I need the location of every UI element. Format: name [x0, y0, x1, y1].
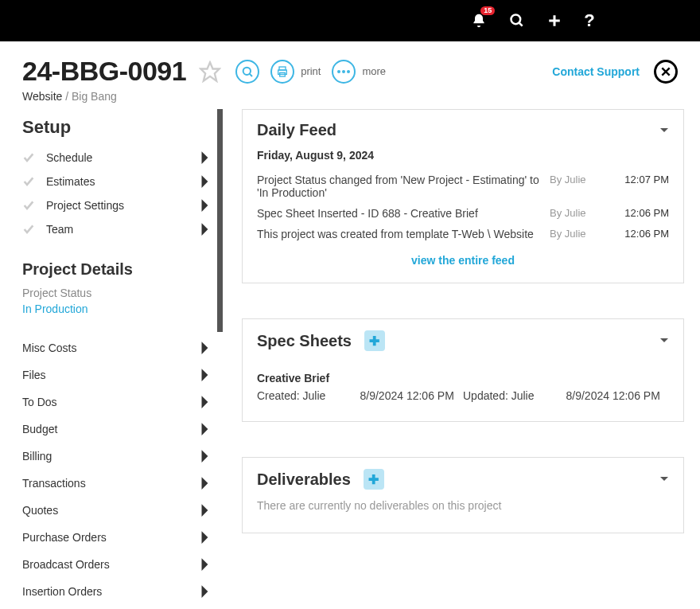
detail-item-misc-costs[interactable]: Misc Costs: [22, 334, 210, 361]
chevron-right-icon: [200, 174, 210, 189]
feed-row: Project Status changed from 'New Project…: [257, 170, 669, 203]
detail-list: Misc Costs Files To Dos Budget Billing T…: [22, 334, 210, 605]
check-icon: [22, 151, 35, 164]
detail-item-insertion-orders[interactable]: Insertion Orders: [22, 578, 210, 605]
chevron-right-icon: [200, 368, 210, 382]
setup-item-schedule[interactable]: Schedule: [22, 146, 210, 170]
close-button[interactable]: [654, 60, 678, 84]
setup-label: Team: [46, 223, 200, 236]
chevron-down-icon: [659, 476, 669, 482]
detail-label: Misc Costs: [22, 342, 76, 354]
spec-sheet-name[interactable]: Creative Brief: [257, 357, 669, 389]
collapse-toggle[interactable]: [659, 474, 669, 485]
add-spec-sheet-button[interactable]: ✚: [364, 330, 385, 351]
check-icon: [22, 223, 35, 236]
print-button[interactable]: print: [270, 60, 321, 84]
feed-date: Friday, August 9, 2024: [257, 146, 669, 170]
detail-label: Transactions: [22, 477, 86, 490]
feed-author: By Julie: [550, 207, 613, 220]
detail-item-purchase-orders[interactable]: Purchase Orders: [22, 524, 210, 551]
body: Setup Schedule Estimates Project Setting…: [0, 109, 700, 609]
add-deliverable-button[interactable]: ✚: [364, 469, 384, 490]
chevron-down-icon: [659, 338, 669, 344]
sidebar: Setup Schedule Estimates Project Setting…: [0, 109, 223, 609]
notification-badge: 15: [480, 6, 495, 15]
svg-point-0: [511, 15, 521, 25]
notifications-button[interactable]: 15: [471, 13, 487, 29]
chevron-right-icon: [200, 476, 210, 490]
chevron-right-icon: [200, 503, 210, 517]
feed-row: Spec Sheet Inserted - ID 688 - Creative …: [257, 203, 669, 224]
scrollbar-thumb[interactable]: [217, 109, 223, 332]
breadcrumb-secondary[interactable]: Big Bang: [72, 90, 117, 103]
chevron-right-icon: [200, 584, 210, 599]
contact-support-link[interactable]: Contact Support: [552, 65, 640, 78]
feed-author: By Julie: [550, 174, 613, 199]
spec-sheets-card: Spec Sheets ✚ Creative Brief Created: Ju…: [242, 318, 684, 422]
spec-updated-label: Updated: Julie: [463, 389, 566, 402]
svg-line-1: [519, 23, 523, 26]
detail-label: Broadcast Orders: [22, 558, 110, 571]
topbar: 15 ?: [0, 0, 700, 41]
feed-message: Project Status changed from 'New Project…: [257, 174, 550, 199]
detail-item-quotes[interactable]: Quotes: [22, 497, 210, 524]
setup-title: Setup: [22, 117, 210, 138]
help-button[interactable]: ?: [584, 10, 594, 31]
project-details-title: Project Details: [22, 260, 210, 279]
view-entire-feed-link[interactable]: view the entire feed: [257, 244, 669, 270]
collapse-toggle[interactable]: [659, 125, 669, 136]
setup-item-estimates[interactable]: Estimates: [22, 170, 210, 193]
detail-label: Files: [22, 369, 46, 381]
favorite-star[interactable]: [199, 61, 221, 83]
check-icon: [22, 199, 35, 212]
detail-label: Quotes: [22, 504, 58, 517]
breadcrumb-primary[interactable]: Website: [22, 90, 62, 103]
spec-updated-ts: 8/9/2024 12:06 PM: [566, 389, 670, 402]
chevron-right-icon: [200, 557, 210, 572]
feed-row: This project was created from template T…: [257, 224, 669, 244]
spec-created-ts: 8/9/2024 12:06 PM: [360, 389, 464, 402]
detail-item-transactions[interactable]: Transactions: [22, 470, 210, 497]
detail-item-budget[interactable]: Budget: [22, 416, 210, 443]
setup-item-project-settings[interactable]: Project Settings: [22, 193, 210, 217]
svg-line-4: [250, 73, 252, 76]
print-icon: [270, 60, 294, 84]
refresh-icon: [235, 60, 259, 84]
chevron-right-icon: [200, 198, 210, 213]
setup-label: Project Settings: [46, 199, 200, 212]
detail-item-billing[interactable]: Billing: [22, 443, 210, 470]
setup-label: Estimates: [46, 175, 200, 188]
detail-label: Budget: [22, 423, 57, 435]
plus-icon: ✚: [368, 472, 379, 487]
chevron-right-icon: [200, 449, 210, 463]
feed-time: 12:07 PM: [613, 174, 669, 199]
close-icon: [660, 66, 671, 77]
project-status-value[interactable]: In Production: [22, 303, 210, 315]
add-button[interactable]: [547, 14, 562, 28]
chevron-right-icon: [200, 150, 210, 165]
feed-time: 12:06 PM: [613, 228, 669, 240]
bell-icon: [471, 13, 487, 29]
spec-created-label: Created: Julie: [257, 389, 360, 402]
svg-marker-2: [200, 62, 219, 80]
deliverables-title: Deliverables: [257, 470, 351, 489]
detail-item-broadcast-orders[interactable]: Broadcast Orders: [22, 551, 210, 578]
detail-item-todos[interactable]: To Dos: [22, 388, 210, 416]
more-icon: [332, 60, 356, 84]
daily-feed-card: Daily Feed Friday, August 9, 2024 Projec…: [242, 109, 684, 283]
breadcrumb: Website / Big Bang: [0, 90, 700, 109]
project-id: 24-BBG-0091: [22, 56, 186, 87]
daily-feed-title: Daily Feed: [257, 121, 659, 139]
chevron-right-icon: [200, 341, 210, 355]
search-icon: [509, 13, 525, 29]
collapse-toggle[interactable]: [659, 335, 669, 346]
more-label: more: [362, 65, 386, 77]
search-button[interactable]: [509, 13, 525, 29]
more-button[interactable]: more: [332, 60, 386, 84]
spec-sheets-title: Spec Sheets: [257, 332, 352, 350]
refresh-button[interactable]: [235, 60, 259, 84]
chevron-right-icon: [200, 395, 210, 409]
feed-message: This project was created from template T…: [257, 228, 550, 240]
setup-item-team[interactable]: Team: [22, 217, 210, 241]
detail-item-files[interactable]: Files: [22, 361, 210, 388]
